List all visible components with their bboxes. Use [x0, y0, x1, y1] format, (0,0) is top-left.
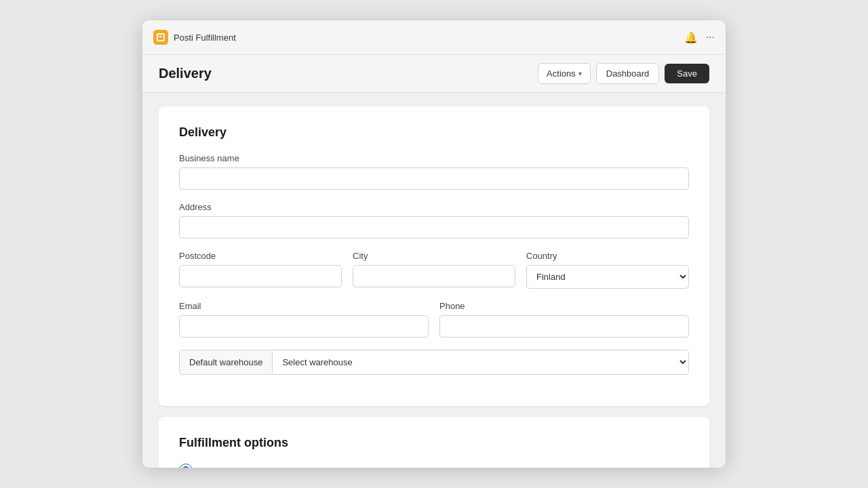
dashboard-button[interactable]: Dashboard	[596, 63, 660, 84]
page-content: Delivery Business name Address Postcode	[142, 93, 726, 468]
delivery-section: Delivery Business name Address Postcode	[159, 106, 709, 406]
page-header: Delivery Actions ▾ Dashboard Save	[142, 55, 726, 93]
business-name-label: Business name	[179, 153, 689, 163]
warehouse-row: Default warehouse Select warehouse Wareh…	[179, 350, 689, 375]
chevron-down-icon: ▾	[578, 70, 582, 77]
city-col: City	[353, 251, 515, 289]
app-icon	[153, 30, 168, 45]
postcode-input[interactable]	[179, 265, 342, 287]
business-name-group: Business name	[179, 153, 689, 190]
phone-input[interactable]	[439, 315, 689, 338]
fulfillment-option-1[interactable]: Only handle orders where all products ar…	[179, 464, 689, 468]
header-buttons: Actions ▾ Dashboard Save	[538, 63, 709, 84]
fulfillment-options: Only handle orders where all products ar…	[179, 464, 689, 468]
more-options-icon[interactable]: ···	[706, 31, 715, 43]
phone-label: Phone	[439, 301, 689, 311]
fulfillment-section: Fulfillment options Only handle orders w…	[159, 417, 709, 468]
fulfillment-option-1-highlight: all products are available in warehouses	[302, 466, 459, 468]
app-title: Posti Fulfillment	[174, 33, 679, 43]
postcode-city-country-group: Postcode City Country Finland Sweden Nor…	[179, 251, 689, 289]
email-label: Email	[179, 301, 429, 311]
page-title: Delivery	[159, 66, 212, 81]
save-button[interactable]: Save	[665, 64, 709, 83]
city-input[interactable]	[353, 265, 515, 287]
warehouse-select[interactable]: Select warehouse Warehouse 1 Warehouse 2…	[273, 350, 688, 374]
address-label: Address	[179, 202, 689, 212]
email-col: Email	[179, 301, 429, 338]
city-label: City	[353, 251, 515, 261]
warehouse-label: Default warehouse	[180, 351, 273, 373]
country-label: Country	[526, 251, 689, 261]
delivery-section-title: Delivery	[179, 125, 689, 140]
email-phone-row: Email Phone	[179, 301, 689, 338]
phone-col: Phone	[439, 301, 689, 338]
postcode-col: Postcode	[179, 251, 342, 289]
actions-label: Actions	[547, 68, 576, 79]
warehouse-group: Default warehouse Select warehouse Wareh…	[179, 350, 689, 375]
app-icon-graphic	[157, 33, 165, 41]
fulfillment-section-title: Fulfillment options	[179, 436, 689, 450]
country-select[interactable]: Finland Sweden Norway Denmark Estonia	[526, 265, 689, 289]
address-group: Address	[179, 202, 689, 239]
postcode-city-country-row: Postcode City Country Finland Sweden Nor…	[179, 251, 689, 289]
actions-button[interactable]: Actions ▾	[538, 63, 591, 84]
title-bar-actions: 🔔 ···	[684, 31, 715, 44]
fulfillment-radio-1[interactable]	[179, 464, 193, 468]
business-name-input[interactable]	[179, 167, 689, 190]
app-window: Posti Fulfillment 🔔 ··· Delivery Actions…	[142, 20, 726, 468]
title-bar: Posti Fulfillment 🔔 ···	[142, 20, 726, 55]
email-input[interactable]	[179, 315, 429, 338]
address-input[interactable]	[179, 216, 689, 239]
bell-icon[interactable]: 🔔	[684, 31, 698, 44]
email-phone-group: Email Phone	[179, 301, 689, 338]
fulfillment-option-1-label: Only handle orders where all products ar…	[199, 466, 460, 468]
postcode-label: Postcode	[179, 251, 342, 261]
country-col: Country Finland Sweden Norway Denmark Es…	[526, 251, 689, 289]
